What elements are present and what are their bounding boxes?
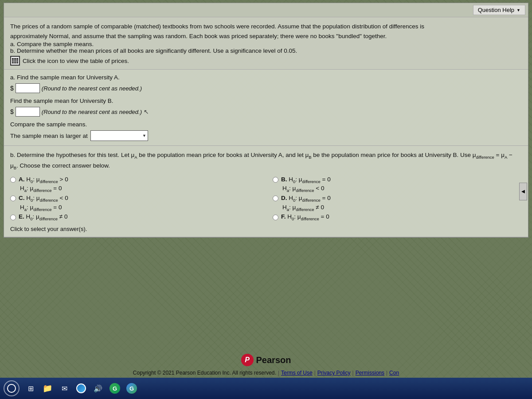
compare-label: Compare the sample means. xyxy=(10,121,522,128)
option-a-sub-row: Ha: μdifference = 0 xyxy=(20,184,259,193)
option-f-label: F. H0: μdifference = 0 xyxy=(281,213,329,221)
option-d-main-row: D. H0: μdifference = 0 xyxy=(273,195,522,203)
option-d-label: D. H0: μdifference = 0 xyxy=(281,195,331,203)
intro-section: The prices of a random sample of compara… xyxy=(4,17,528,70)
larger-text: The sample mean is larger at xyxy=(10,133,88,139)
option-e-main-row: E. H0: μdifference ≠ 0 xyxy=(10,213,259,221)
dropdown-select-wrapper: University A University B ▼ xyxy=(90,130,148,141)
find-uni-b-label: Find the sample mean for University B. xyxy=(10,98,522,104)
options-grid: A. H0: μdifference > 0 Ha: μdifference =… xyxy=(10,176,522,221)
option-e-label: E. H0: μdifference ≠ 0 xyxy=(19,213,68,221)
footer-area: P Pearson Copyright © 2021 Pearson Educa… xyxy=(0,354,532,376)
pearson-logo: P Pearson xyxy=(241,354,291,366)
permissions-link[interactable]: Permissions xyxy=(356,370,384,376)
icon-click-text: Click the icon to view the table of pric… xyxy=(23,58,129,64)
compare-row: The sample mean is larger at University … xyxy=(10,130,522,141)
input-a-row: $ (Round to the nearest cent as needed.) xyxy=(10,83,522,93)
click-select-text: Click to select your answer(s). xyxy=(10,226,522,232)
privacy-link[interactable]: Privacy Policy xyxy=(317,370,351,376)
dollar-a-label: $ xyxy=(10,85,14,92)
dollar-b-label: $ xyxy=(10,108,14,115)
dropdown-arrow-icon: ▼ xyxy=(516,8,520,12)
option-d-ha: Ha: μdifference ≠ 0 xyxy=(282,204,324,211)
hint-a-text: (Round to the nearest cent as needed.) xyxy=(42,85,142,92)
uni-b-input[interactable] xyxy=(16,107,40,117)
start-circle-icon xyxy=(7,384,16,393)
option-b-radio[interactable] xyxy=(273,177,278,183)
option-c-item: C. H0: μdifference < 0 Ha: μdifference =… xyxy=(10,195,259,211)
option-e-item: E. H0: μdifference ≠ 0 xyxy=(10,213,259,221)
option-d-item: D. H0: μdifference = 0 Ha: μdifference ≠… xyxy=(273,195,522,211)
option-c-ha: Ha: μdifference = 0 xyxy=(20,204,62,211)
sep2: | xyxy=(314,370,316,376)
option-a-label: A. H0: μdifference > 0 xyxy=(19,176,68,184)
option-a-radio[interactable] xyxy=(10,177,16,183)
browser-button[interactable] xyxy=(74,381,89,396)
option-c-label: C. H0: μdifference < 0 xyxy=(19,195,68,203)
option-b-ha: Ha: μdifference < 0 xyxy=(282,185,324,192)
copyright-row: Copyright © 2021 Pearson Education Inc. … xyxy=(133,370,399,376)
option-d-radio[interactable] xyxy=(273,196,278,201)
option-a-main-row: A. H0: μdifference > 0 xyxy=(10,176,259,184)
sep3: | xyxy=(352,370,354,376)
option-a-ha: Ha: μdifference = 0 xyxy=(20,185,62,192)
sep4: | xyxy=(386,370,387,376)
start-button[interactable] xyxy=(4,380,20,396)
question-help-label: Question Help xyxy=(478,7,514,13)
option-c-sub-row: Ha: μdifference = 0 xyxy=(20,203,259,212)
input-b-row: $ (Round to the nearest cent as needed.)… xyxy=(10,107,522,117)
part-b-intro-label: b. Determine whether the mean prices of … xyxy=(10,47,522,54)
copyright-text: Copyright © 2021 Pearson Education Inc. … xyxy=(133,370,276,376)
sample-mean-select[interactable]: University A University B xyxy=(90,130,148,141)
icon-click-row: Click the icon to view the table of pric… xyxy=(10,56,522,66)
find-uni-a-label: a. Find the sample mean for University A… xyxy=(10,74,522,81)
option-b-label: B. H0: μdifference = 0 xyxy=(281,176,331,184)
app1-button[interactable]: G xyxy=(107,381,122,396)
sep1: | xyxy=(278,370,279,376)
option-c-main-row: C. H0: μdifference < 0 xyxy=(10,195,259,203)
option-d-sub-row: Ha: μdifference ≠ 0 xyxy=(282,203,522,212)
file-explorer-button[interactable]: 📁 xyxy=(40,381,55,396)
option-c-radio[interactable] xyxy=(10,196,16,201)
option-b-main-row: B. H0: μdifference = 0 xyxy=(273,176,522,184)
table-icon-button[interactable] xyxy=(10,56,20,66)
option-f-item: F. H0: μdifference = 0 xyxy=(273,213,522,221)
option-f-main-row: F. H0: μdifference = 0 xyxy=(273,213,522,221)
intro-line1: The prices of a random sample of compara… xyxy=(10,22,522,31)
pearson-p-icon: P xyxy=(241,354,254,366)
uni-a-input[interactable] xyxy=(16,83,40,93)
option-f-radio[interactable] xyxy=(273,215,278,220)
contact-link[interactable]: Con xyxy=(389,370,399,376)
cursor-icon: ↖ xyxy=(144,108,149,115)
part-a-section: a. Find the sample mean for University A… xyxy=(4,70,528,146)
part-a-intro-label: a. Compare the sample means. xyxy=(10,41,522,47)
hint-b-text: (Round to the nearest cent as needed.) xyxy=(42,109,142,115)
speaker-button[interactable]: 🔊 xyxy=(90,381,106,396)
question-help-button[interactable]: Question Help ▼ xyxy=(473,5,525,15)
main-window: Question Help ▼ The prices of a random s… xyxy=(4,3,528,238)
option-a-item: A. H0: μdifference > 0 Ha: μdifference =… xyxy=(10,176,259,193)
part-b-section: b. Determine the hypotheses for this tes… xyxy=(4,146,528,237)
option-b-item: B. H0: μdifference = 0 Ha: μdifference <… xyxy=(273,176,522,193)
option-b-sub-row: Ha: μdifference < 0 xyxy=(282,184,522,193)
top-bar: Question Help ▼ xyxy=(4,3,528,17)
taskbar: ⊞ 📁 ✉ 🔊 G G xyxy=(0,378,532,399)
search-button[interactable]: ⊞ xyxy=(23,381,38,396)
option-e-radio[interactable] xyxy=(10,215,16,220)
mail-button[interactable]: ✉ xyxy=(57,381,72,396)
app2-button[interactable]: G xyxy=(124,381,139,396)
pearson-name: Pearson xyxy=(256,355,291,365)
scroll-right-button[interactable]: ◄ xyxy=(519,183,527,200)
intro-line2: approximately Normal, and assume that th… xyxy=(10,31,522,41)
part-b-intro: b. Determine the hypotheses for this tes… xyxy=(10,150,522,172)
terms-link[interactable]: Terms of Use xyxy=(281,370,313,376)
